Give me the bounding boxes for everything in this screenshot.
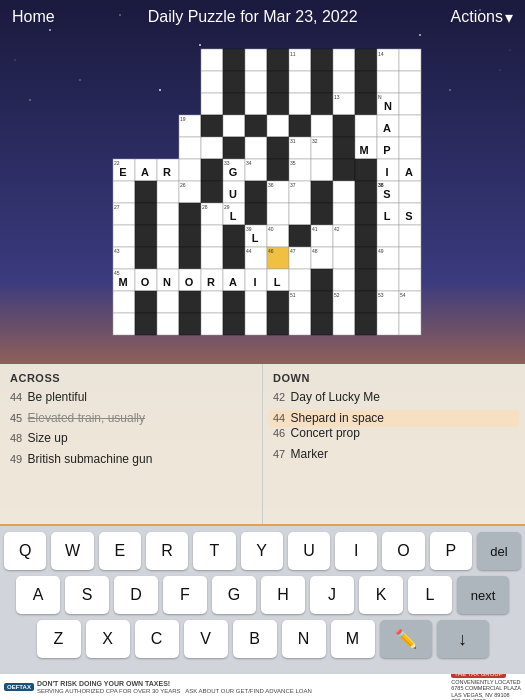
home-button[interactable]: Home [12,8,55,26]
key-L[interactable]: L [408,576,452,614]
svg-text:R: R [163,166,171,178]
key-P[interactable]: P [430,532,472,570]
key-I[interactable]: I [335,532,377,570]
svg-text:19: 19 [180,116,186,122]
key-V[interactable]: V [184,620,228,658]
key-G[interactable]: G [212,576,256,614]
svg-rect-118 [355,181,377,203]
clue-across-49[interactable]: 49 British submachine gun [10,452,252,468]
clue-num: 42 [273,391,285,403]
svg-rect-68 [245,137,267,159]
key-Z[interactable]: Z [37,620,81,658]
svg-rect-17 [201,49,223,71]
svg-rect-230 [223,313,245,335]
svg-rect-61 [355,115,377,137]
key-J[interactable]: J [310,576,354,614]
clue-down-46[interactable]: 46 Concert prop [273,426,515,442]
clue-down-47[interactable]: 47 Marker [273,447,515,463]
key-U[interactable]: U [288,532,330,570]
svg-text:L: L [251,232,258,244]
svg-rect-197 [377,269,399,291]
svg-text:L: L [383,210,390,222]
key-M[interactable]: M [331,620,375,658]
clue-text: Shepard in space [291,411,384,425]
key-X[interactable]: X [86,620,130,658]
clue-num: 47 [273,448,285,460]
svg-rect-195 [333,269,355,291]
pen-key[interactable]: ✏️ [380,620,432,658]
key-N[interactable]: N [282,620,326,658]
svg-rect-23 [311,49,333,71]
svg-rect-39 [201,93,223,115]
svg-rect-55 [223,115,245,137]
key-D[interactable]: D [114,576,158,614]
svg-rect-145 [113,225,135,247]
key-H[interactable]: H [261,576,305,614]
key-Q[interactable]: Q [4,532,46,570]
clue-across-44[interactable]: 44 Be plentiful [10,390,252,406]
svg-rect-235 [333,313,355,335]
ad-banner[interactable]: OEFTAX DON'T RISK DOING YOUR OWN TAXES! … [0,674,525,700]
svg-rect-66 [201,137,223,159]
svg-text:11: 11 [290,51,296,57]
ad-subtext: SERVING AUTHORIZED CPA FOR OVER 30 YEARS… [37,688,312,695]
crossword-svg[interactable]: .cell { fill: white; stroke: #999; strok… [93,44,433,354]
svg-rect-67 [223,137,245,159]
svg-rect-111 [245,181,267,203]
key-C[interactable]: C [135,620,179,658]
clue-across-45[interactable]: 45 Elevated train, usually [10,411,252,427]
svg-rect-183 [399,247,421,269]
actions-button[interactable]: Actions ▾ [451,8,513,27]
svg-rect-198 [399,269,421,291]
down-arrow-key[interactable]: ↓ [437,620,489,658]
svg-rect-20 [267,49,289,71]
svg-rect-128 [157,203,179,225]
svg-text:40: 40 [268,226,274,232]
svg-rect-169 [201,247,223,269]
svg-rect-121 [399,181,421,203]
ad-right-text: CONVENIENTLY LOCATED6785 COMMERCIAL PLAZ… [451,679,521,700]
svg-text:E: E [119,166,126,178]
svg-text:N: N [378,94,382,100]
svg-rect-217 [311,291,333,313]
svg-rect-29 [201,71,223,93]
svg-rect-105 [135,181,157,203]
next-key[interactable]: next [457,576,509,614]
clues-panel: ACROSS 44 Be plentiful 45 Elevated train… [0,364,525,524]
svg-rect-228 [179,313,201,335]
svg-rect-210 [179,291,201,313]
svg-rect-180 [355,247,377,269]
svg-text:54: 54 [400,292,406,298]
svg-rect-170 [223,247,245,269]
svg-rect-44 [311,93,333,115]
svg-text:S: S [405,210,412,222]
delete-key[interactable]: del [477,532,521,570]
clue-text: Concert prop [291,426,360,440]
svg-text:34: 34 [246,160,252,166]
key-R[interactable]: R [146,532,188,570]
key-B[interactable]: B [233,620,277,658]
svg-rect-109 [201,181,223,203]
key-K[interactable]: K [359,576,403,614]
clue-down-44[interactable]: 44 Shepard in space [269,410,519,428]
key-F[interactable]: F [163,576,207,614]
svg-text:A: A [405,166,413,178]
key-Y[interactable]: Y [241,532,283,570]
key-A[interactable]: A [16,576,60,614]
svg-rect-238 [399,313,421,335]
svg-rect-57 [267,115,289,137]
key-T[interactable]: T [193,532,235,570]
svg-rect-194 [311,269,333,291]
key-E[interactable]: E [99,532,141,570]
key-S[interactable]: S [65,576,109,614]
key-W[interactable]: W [51,532,93,570]
svg-rect-36 [355,71,377,93]
clue-down-42[interactable]: 42 Day of Lucky Me [273,390,515,406]
svg-text:R: R [207,276,215,288]
svg-text:M: M [118,276,127,288]
svg-rect-167 [157,247,179,269]
clue-num: 44 [10,391,22,403]
clue-across-48[interactable]: 48 Size up [10,431,252,447]
key-O[interactable]: O [382,532,424,570]
svg-rect-28 [399,49,421,71]
